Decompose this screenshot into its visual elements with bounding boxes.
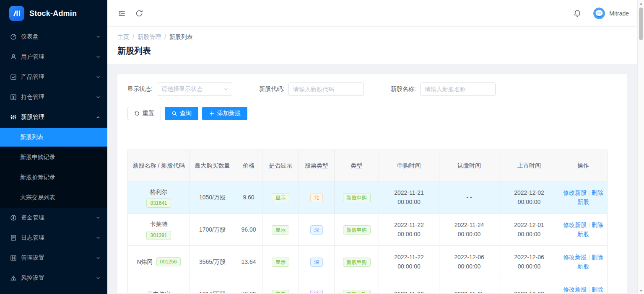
cell-actions: 修改新股|删除新股 (559, 246, 608, 278)
stock-code-label: 新股代码: (259, 85, 284, 93)
scrollbar-thumb[interactable] (639, 8, 643, 40)
chevron-down-icon (96, 54, 101, 59)
cell-stock-type: 沪 (299, 278, 335, 293)
code-badge: 001256 (156, 257, 181, 266)
sidebar-item-ipo[interactable]: 新股管理 (0, 107, 107, 127)
sidebar-item-products[interactable]: 产品管理 (0, 67, 107, 87)
app-title: Stock-Admin (29, 9, 77, 18)
chevron-down-icon (96, 276, 101, 281)
modify-ipo-link[interactable]: 修改新股 (563, 222, 587, 228)
vertical-scrollbar[interactable]: ▲ ▼ (637, 0, 644, 294)
stock-name-input[interactable] (420, 83, 496, 96)
sidebar-item-block-trade-list[interactable]: 大宗交易列表 (0, 188, 107, 208)
col-list-time: 上市时间 (499, 150, 559, 181)
sidebar-item-ipo-grab-records[interactable]: 新股抢筹记录 (0, 168, 107, 188)
breadcrumb-home[interactable]: 主页 (117, 34, 129, 41)
table-row: N炜冈 001256 3565/万股 13.64 显示 深 新股申购 2022-… (128, 246, 608, 278)
sidebar-item-risk-settings[interactable]: 风控设置 (0, 268, 107, 288)
filter-stock-name: 新股名称: (391, 83, 496, 96)
sidebar: Stock-Admin 仪表盘 用户管理 (0, 0, 107, 294)
table-row: 格利尔 831641 1050/万股 9.60 显示 北 新股申购 2022-1… (128, 181, 608, 214)
search-button[interactable]: 查询 (165, 107, 198, 120)
cell-max-qty: 1050/万股 (190, 181, 235, 214)
type-badge: 新股申购 (343, 193, 371, 202)
topbar-right: Mitrade (573, 8, 629, 19)
display-badge: 显示 (272, 225, 289, 235)
user-name[interactable]: Mitrade (609, 10, 629, 17)
modify-ipo-link[interactable]: 修改新股 (563, 254, 587, 260)
chevron-down-icon (223, 87, 229, 92)
sidebar-item-ipo-list[interactable]: 新股列表 (0, 128, 107, 147)
warning-triangle-icon (10, 275, 17, 281)
sidebar-item-admin-settings[interactable]: 管理设置 (0, 248, 107, 268)
cell-display: 显示 (262, 246, 299, 278)
add-ipo-button[interactable]: 添加新股 (202, 107, 247, 120)
refresh-icon[interactable] (135, 9, 143, 18)
cell-max-qty: 1914/万股 (190, 278, 235, 293)
cell-pay-time: 2022-12-06 00:00:00 (439, 246, 499, 278)
sidebar-item-logs[interactable]: 日志管理 (0, 228, 107, 248)
app-logo-icon (9, 6, 24, 21)
chart-icon (10, 74, 17, 80)
stock-code-input[interactable] (288, 83, 364, 96)
cell-display: 显示 (262, 181, 299, 214)
ipo-list-card: 显示状态: 请选择显示状态 新股代码: 新股名称: (117, 74, 627, 293)
scroll-down-arrow-icon[interactable]: ▼ (638, 287, 644, 294)
cell-price: 13.64 (235, 246, 262, 278)
main-area: Mitrade 主页 / 新股管理 / 新股列表 新股列表 显示状态: (107, 0, 637, 294)
stock-type-badge: 深 (310, 258, 323, 267)
cell-apply-time: 2022-11-22 00:00:00 (379, 214, 439, 246)
filter-bar: 显示状态: 请选择显示状态 新股代码: 新股名称: (127, 83, 617, 96)
chevron-up-icon (96, 115, 101, 120)
cell-type: 新股申购 (335, 278, 379, 293)
cell-list-time: 2022-12-02 00:00:00 (499, 181, 559, 214)
chevron-down-icon (96, 215, 101, 220)
table-row: 三未信安 1914/万股 78.89 显示 沪 新股申购 2022-11-23 … (128, 278, 608, 293)
breadcrumb-ipo-management[interactable]: 新股管理 (138, 34, 161, 41)
sidebar-item-ipo-subscribe-records[interactable]: 新股申购记录 (0, 147, 107, 168)
cell-apply-time: 2022-11-23 (379, 278, 439, 293)
ipo-table: 新股名称 / 新股代码 最大购买数量 价格 是否显示 股票类型 类型 申购时间 … (127, 150, 608, 293)
cell-price: 9.60 (235, 181, 262, 214)
cell-list-time: 2022-12-01 00:00:00 (499, 214, 559, 246)
app-root: Stock-Admin 仪表盘 用户管理 (0, 0, 644, 294)
sidebar-menu: 仪表盘 用户管理 产品管理 (0, 27, 107, 288)
modify-ipo-link[interactable]: 修改新股 (563, 189, 587, 196)
menu-fold-icon[interactable] (117, 9, 126, 18)
cell-actions: 修改新股|删除新股 (559, 278, 608, 293)
type-badge: 新股申购 (343, 258, 371, 267)
table-header-row: 新股名称 / 新股代码 最大购买数量 价格 是否显示 股票类型 类型 申购时间 … (128, 150, 608, 181)
cell-list-time: 2022-12-02 (499, 278, 559, 293)
sidebar-item-dashboard[interactable]: 仪表盘 (0, 27, 107, 47)
cell-apply-time: 2022-11-21 00:00:00 (379, 181, 439, 214)
sidebar-item-funds[interactable]: 资金管理 (0, 208, 107, 228)
cell-max-qty: 3565/万股 (190, 246, 235, 278)
cell-display: 显示 (262, 214, 299, 246)
search-icon (171, 111, 177, 116)
reset-icon (134, 111, 140, 116)
page-title: 新股列表 (117, 45, 627, 57)
display-badge: 显示 (272, 258, 289, 267)
display-badge: 显示 (272, 290, 289, 293)
col-max-qty: 最大购买数量 (190, 150, 235, 181)
page-head: 主页 / 新股管理 / 新股列表 新股列表 (107, 27, 637, 64)
cell-pay-time: 2022-11-24 00:00:00 (439, 214, 499, 246)
stock-name-label: 新股名称: (391, 85, 416, 93)
cell-max-qty: 1700/万股 (190, 214, 235, 246)
reset-button[interactable]: 重置 (127, 107, 161, 120)
cell-pay-time: 2022-11-25 (439, 278, 499, 293)
cell-name: N炜冈 001256 (128, 246, 190, 278)
sidebar-item-positions[interactable]: 持仓管理 (0, 87, 107, 107)
scroll-up-arrow-icon[interactable]: ▲ (638, 0, 644, 7)
modify-ipo-link[interactable]: 修改新股 (563, 286, 587, 293)
cell-apply-time: 2022-11-22 00:00:00 (379, 246, 439, 278)
display-status-select[interactable]: 请选择显示状态 (157, 83, 232, 96)
cell-display: 显示 (262, 278, 299, 293)
breadcrumb-current: 新股列表 (169, 34, 193, 41)
sidebar-item-users[interactable]: 用户管理 (0, 47, 107, 67)
avatar[interactable] (593, 8, 605, 19)
content: 显示状态: 请选择显示状态 新股代码: 新股名称: (107, 64, 637, 293)
notification-bell-icon[interactable] (573, 9, 582, 18)
col-apply-time: 申购时间 (379, 150, 439, 181)
sliders-icon (10, 255, 17, 261)
